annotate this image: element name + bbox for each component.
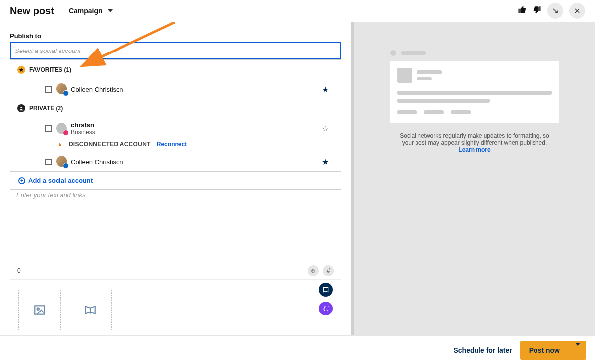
favorite-star-icon[interactable]: ★ [322, 157, 329, 167]
disconnected-label: DISCONNECTED ACCOUNT [69, 141, 151, 148]
svg-point-2 [20, 107, 22, 108]
account-subtype: Business [71, 129, 98, 136]
footer-bar: Schedule for later Post now [0, 335, 595, 364]
hashtag-button[interactable]: # [323, 265, 334, 276]
add-account-label: Add a social account [28, 177, 93, 184]
publish-to-label: Publish to [10, 32, 341, 40]
reconnect-link[interactable]: Reconnect [157, 141, 187, 148]
favorites-group-header: FAVORITES (1) [10, 60, 341, 80]
close-button[interactable] [569, 3, 585, 19]
instagram-icon [63, 130, 69, 136]
account-checkbox[interactable] [45, 125, 52, 132]
add-image-button[interactable] [18, 290, 61, 330]
emoji-button[interactable]: ☺ [308, 265, 319, 276]
account-name: Colleen Christison [71, 158, 123, 166]
composer-panel: Publish to Select a social account FAVOR… [0, 22, 351, 335]
account-name: chrstsn_ [71, 121, 98, 129]
account-checkbox[interactable] [45, 86, 52, 93]
svg-point-4 [37, 308, 39, 310]
thumbs-down-icon[interactable] [533, 5, 541, 16]
private-group-header: PRIVATE (2) [10, 99, 341, 118]
account-row-private-2[interactable]: Colleen Christison ★ [10, 153, 341, 171]
linkedin-icon [63, 90, 69, 96]
account-row-favorite-1[interactable]: Colleen Christison ★ [10, 80, 341, 99]
favorite-star-icon[interactable]: ★ [322, 85, 329, 94]
plus-icon: + [18, 177, 25, 184]
chevron-down-icon [108, 9, 113, 12]
post-now-button[interactable]: Post now [520, 341, 569, 359]
add-library-button[interactable] [69, 290, 112, 330]
post-now-button-group: Post now [520, 341, 586, 360]
avatar [56, 83, 68, 95]
minimize-button[interactable] [547, 3, 563, 19]
schedule-later-button[interactable]: Schedule for later [454, 346, 512, 354]
campaign-label: Campaign [69, 7, 103, 15]
media-row: C [10, 280, 341, 335]
learn-more-link[interactable]: Learn more [458, 146, 490, 153]
star-badge-icon [17, 66, 25, 74]
favorite-star-icon[interactable]: ☆ [322, 124, 329, 133]
account-row-private-1[interactable]: chrstsn_ Business ☆ [10, 118, 341, 139]
person-badge-icon [17, 104, 25, 112]
character-count: 0 [17, 267, 21, 274]
preview-panel: Social networks regularly make updates t… [351, 22, 595, 335]
private-label: PRIVATE (2) [29, 105, 63, 112]
composer-textarea[interactable]: Enter your text and links [10, 190, 341, 262]
social-account-select[interactable]: Select a social account [10, 42, 341, 59]
page-title: New post [10, 5, 54, 17]
select-placeholder: Select a social account [15, 47, 81, 54]
svg-rect-3 [35, 306, 45, 314]
disconnected-banner: ▲ DISCONNECTED ACCOUNT Reconnect [10, 139, 341, 153]
preview-message: Social networks regularly make updates t… [395, 132, 554, 153]
template-button[interactable] [319, 283, 333, 297]
composer-toolbar: 0 ☺ # [10, 262, 341, 280]
avatar [56, 123, 68, 135]
header-left: New post Campaign [10, 5, 113, 17]
chevron-down-icon [575, 343, 580, 354]
add-account-button[interactable]: + Add a social account [10, 171, 341, 189]
account-dropdown: FAVORITES (1) Colleen Christison ★ PRIVA… [10, 59, 341, 190]
composer: Enter your text and links 0 ☺ # [10, 190, 341, 335]
canva-button[interactable]: C [319, 302, 333, 315]
campaign-dropdown[interactable]: Campaign [69, 7, 113, 15]
header-bar: New post Campaign [0, 0, 595, 22]
main-content: Publish to Select a social account FAVOR… [0, 22, 595, 335]
warning-icon: ▲ [57, 141, 63, 148]
thumbs-up-icon[interactable] [518, 5, 527, 16]
preview-card-skeleton [390, 61, 559, 123]
favorites-label: FAVORITES (1) [29, 66, 71, 73]
account-checkbox[interactable] [45, 159, 52, 165]
linkedin-icon [63, 163, 69, 169]
account-name: Colleen Christison [71, 86, 123, 93]
post-options-dropdown[interactable] [569, 341, 586, 360]
preview-header-skeleton [390, 50, 559, 56]
header-right [518, 3, 585, 19]
avatar [56, 156, 68, 168]
